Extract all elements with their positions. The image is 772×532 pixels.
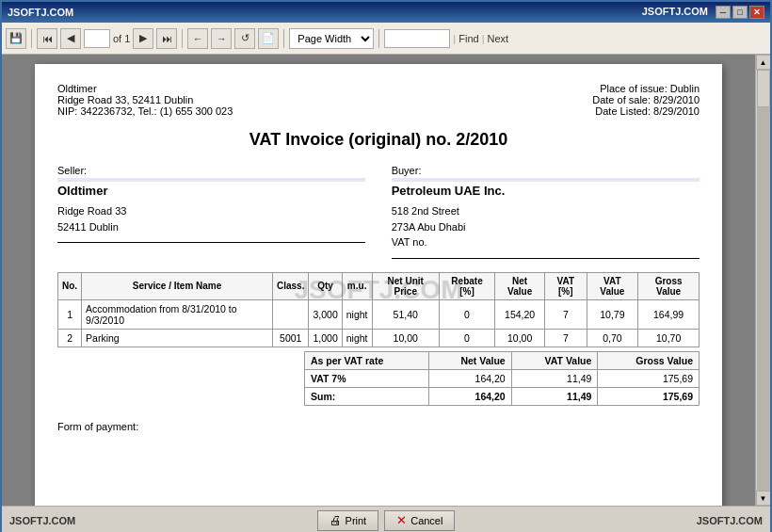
printer-icon: 🖨 [330, 513, 342, 527]
title-bar: JSOFTJ.COM JSOFTJ.COM ─ □ ✕ [2, 2, 770, 23]
table-cell: Parking [82, 329, 273, 347]
bottom-bar: JSOFTJ.COM 🖨 Print ✕ Cancel JSOFTJ.COM [2, 506, 770, 532]
title-bar-right: JSOFTJ.COM ─ □ ✕ [642, 6, 764, 19]
parties-section: Seller: Oldtimer Ridge Road 33 52411 Dub… [57, 165, 700, 263]
page-width-select[interactable]: Page Width [289, 28, 374, 49]
seller-addr2: 52411 Dublin [57, 219, 365, 235]
col-net-unit: Net Unit Price [372, 272, 439, 299]
title-logo-left: JSOFTJ.COM [8, 7, 73, 18]
document-area: JSOFTJ.COM Oldtimer Ridge Road 33, 52411… [2, 55, 755, 506]
print-button[interactable]: 🖨 Print [317, 510, 379, 531]
table-cell: 1,000 [309, 329, 342, 347]
seller-address: Ridge Road 33 52411 Dublin [57, 203, 365, 234]
invoice-table: No. Service / Item Name Class. Qty m.u. … [57, 272, 700, 347]
sep1 [31, 29, 32, 48]
form-of-payment: Form of payment: [57, 421, 700, 432]
table-row: 2Parking50011,000night10,00010,0070,7010… [58, 329, 700, 347]
company-info: Oldtimer Ridge Road 33, 52411 Dublin NIP… [57, 83, 233, 117]
table-cell: 7 [545, 299, 587, 329]
company-name: Oldtimer [57, 83, 233, 94]
bottom-right: 🖨 Print ✕ Cancel [317, 510, 456, 531]
sep4 [378, 29, 379, 48]
summary-cell: 175,69 [598, 369, 700, 387]
buyer-box: Buyer: Petroleum UAE Inc. 518 2nd Street… [392, 165, 700, 263]
title-logo-right: JSOFTJ.COM [642, 6, 708, 19]
scroll-down-button[interactable]: ▼ [756, 491, 771, 506]
summary-cell: 11,49 [511, 369, 598, 387]
scrollbar-vertical[interactable]: ▲ ▼ [755, 55, 770, 506]
col-class: Class. [273, 272, 309, 299]
buyer-highlight [392, 178, 700, 182]
title-bar-left: JSOFTJ.COM [8, 7, 73, 18]
scroll-up-button[interactable]: ▲ [756, 55, 771, 70]
date-listed: Date Listed: 8/29/2010 [592, 105, 700, 117]
find-input[interactable] [384, 29, 450, 48]
col-gross: Gross Value [638, 272, 700, 299]
summary-total-row: Sum: 164,20 11,49 175,69 [305, 387, 700, 405]
seller-addr1: Ridge Road 33 [57, 203, 365, 219]
col-no: No. [58, 272, 82, 299]
buyer-addr1: 518 2nd Street [392, 203, 700, 219]
minimize-button[interactable]: ─ [716, 6, 731, 19]
table-cell: 10,00 [495, 329, 545, 347]
find-button[interactable]: Find [458, 33, 478, 44]
table-cell: 3,000 [309, 299, 342, 329]
summary-cell: VAT 7% [305, 369, 429, 387]
table-cell: 0 [439, 299, 494, 329]
invoice-header: Oldtimer Ridge Road 33, 52411 Dublin NIP… [57, 83, 700, 117]
close-button[interactable]: ✕ [749, 6, 764, 19]
last-page-button[interactable]: ⏭ [156, 28, 177, 49]
sum-col-vat: VAT Value [511, 351, 598, 369]
table-cell: 154,20 [495, 299, 545, 329]
table-header-row: No. Service / Item Name Class. Qty m.u. … [58, 272, 700, 299]
export-button[interactable]: 📄 [258, 28, 279, 49]
table-cell: Accommodation from 8/31/2010 to 9/3/2010 [82, 299, 273, 329]
seller-highlight [57, 178, 365, 182]
sum-col-gross: Gross Value [598, 351, 700, 369]
cancel-button[interactable]: ✕ Cancel [384, 510, 455, 531]
seller-label: Seller: [57, 165, 365, 176]
date-info: Place of issue: Dublin Date of sale: 8/2… [592, 83, 700, 117]
buyer-addr2: 273A Abu Dhabi [392, 219, 700, 235]
invoice-title: VAT Invoice (original) no. 2/2010 [57, 130, 700, 150]
next-page-button[interactable]: ▶ [133, 28, 153, 49]
col-net-value: Net Value [495, 272, 545, 299]
scroll-track[interactable] [757, 70, 770, 491]
find-sep: | [453, 33, 456, 44]
next-button[interactable]: Next [487, 33, 508, 44]
summary-header-row: As per VAT rate Net Value VAT Value Gros… [305, 351, 700, 369]
seller-box: Seller: Oldtimer Ridge Road 33 52411 Dub… [57, 165, 365, 263]
buyer-address: 518 2nd Street 273A Abu Dhabi VAT no. [392, 203, 700, 250]
table-cell: night [342, 299, 372, 329]
summary-table: As per VAT rate Net Value VAT Value Gros… [304, 351, 700, 406]
col-qty: Qty [309, 272, 342, 299]
date-of-sale: Date of sale: 8/29/2010 [592, 94, 700, 105]
table-cell: 10,70 [638, 329, 700, 347]
summary-cell: 164,20 [428, 369, 511, 387]
refresh-button[interactable]: ↺ [234, 28, 255, 49]
maximize-button[interactable]: □ [732, 6, 748, 19]
first-page-button[interactable]: ⏮ [37, 28, 57, 49]
table-cell: 10,79 [587, 299, 638, 329]
company-address: Ridge Road 33, 52411 Dublin [57, 94, 233, 105]
forward-button[interactable]: → [211, 28, 232, 49]
scroll-thumb[interactable] [757, 70, 770, 107]
seller-divider [57, 242, 365, 243]
table-cell: 51,40 [372, 299, 439, 329]
back-button[interactable]: ← [187, 28, 208, 49]
cancel-label: Cancel [410, 515, 442, 526]
seller-name: Oldtimer [57, 184, 365, 198]
toolbar: 💾 ⏮ ◀ 1 of 1 ▶ ⏭ ← → ↺ 📄 Page Width | Fi… [2, 23, 770, 55]
sum-gross: 175,69 [598, 387, 700, 405]
summary-row: VAT 7%164,2011,49175,69 [305, 369, 700, 387]
sum-col-rate: As per VAT rate [305, 351, 429, 369]
table-cell: 0,70 [587, 329, 638, 347]
prev-page-button[interactable]: ◀ [60, 28, 81, 49]
summary-section: As per VAT rate Net Value VAT Value Gros… [57, 351, 700, 406]
col-vat-value: VAT Value [587, 272, 638, 299]
col-rebate: Rebate [%] [439, 272, 494, 299]
page-number-input[interactable]: 1 [84, 29, 110, 48]
table-cell: 7 [545, 329, 587, 347]
company-nip: NIP: 342236732, Tel.: (1) 655 300 023 [57, 105, 233, 117]
save-button[interactable]: 💾 [6, 28, 26, 49]
